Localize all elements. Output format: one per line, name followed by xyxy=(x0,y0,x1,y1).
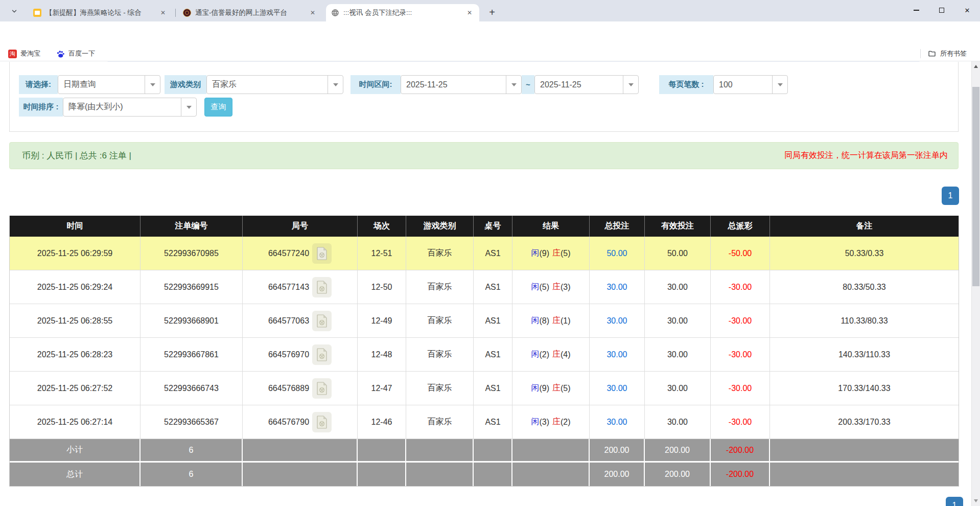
pagination-bottom-page-1-button[interactable]: 1 xyxy=(946,497,963,506)
chevron-down-icon[interactable] xyxy=(623,76,638,94)
game-category-select[interactable]: 百家乐 xyxy=(206,75,343,94)
result-player-score: (3) xyxy=(539,418,549,427)
query-type-select[interactable]: 日期查询 xyxy=(58,75,160,94)
scroll-up-arrow-icon[interactable] xyxy=(974,65,978,68)
browser-navbar: bjbj.xyz/ipl/portal.php/game/betrecord_s… xyxy=(0,21,980,46)
filter-panel xyxy=(9,62,959,132)
pagination-page-1-button[interactable]: 1 xyxy=(942,187,959,205)
cell-time: 2025-11-25 06:27:52 xyxy=(10,372,141,405)
page-size-label: 每页笔数 : xyxy=(659,75,713,94)
header-session: 场次 xyxy=(358,216,406,237)
bookmark-baidu[interactable]: 百度一下 xyxy=(56,48,95,60)
cell-round-id: 664577240 xyxy=(243,237,358,270)
cell-session: 12-51 xyxy=(358,237,406,270)
chevron-down-icon[interactable] xyxy=(181,98,196,116)
cell-payout: -30.00 xyxy=(711,338,770,372)
window-minimize-button[interactable] xyxy=(903,0,929,20)
cell-game-type: 百家乐 xyxy=(406,372,474,405)
cell-valid-bet: 30.00 xyxy=(645,304,711,338)
cell-result: 闲(5)庄(3) xyxy=(512,270,590,304)
cell-payout: -30.00 xyxy=(711,372,770,405)
subtotal-empty-cell xyxy=(512,439,590,463)
video-replay-icon[interactable] xyxy=(312,277,332,297)
subtotal-total-bet: 200.00 xyxy=(590,439,645,463)
time-sort-label: 时间排序 : xyxy=(19,98,63,117)
header-bet-id: 注单编号 xyxy=(141,216,243,237)
time-sort-select[interactable]: 降幂(由大到小) xyxy=(63,98,197,117)
header-time: 时间 xyxy=(10,216,141,237)
cell-round-id: 664576970 xyxy=(243,338,358,372)
time-range-label: 时间区间: xyxy=(351,75,401,94)
bookmark-taobao[interactable]: 淘 爱淘宝 xyxy=(8,48,40,60)
cell-total-bet: 30.00 xyxy=(590,270,645,304)
cell-session: 12-50 xyxy=(358,270,406,304)
scroll-down-arrow-icon[interactable] xyxy=(974,499,978,502)
cell-game-type: 百家乐 xyxy=(406,270,474,304)
round-id-text: 664576970 xyxy=(268,350,309,359)
vertical-scrollbar[interactable] xyxy=(971,61,980,506)
tab-close-icon[interactable]: ✕ xyxy=(308,8,317,17)
subtotal-label: 小计 xyxy=(10,439,141,463)
cell-remark: 200.33/170.33 xyxy=(770,405,959,439)
all-bookmarks-button[interactable]: 所有书签 xyxy=(920,48,967,60)
bookmark-label: 爱淘宝 xyxy=(20,49,40,58)
browser-tab-forum[interactable]: 【新提醒】海燕策略论坛 - 综合 ✕ xyxy=(28,4,173,21)
new-tab-button[interactable]: + xyxy=(485,6,499,19)
cell-table-no: AS1 xyxy=(474,304,512,338)
round-id-text: 664577143 xyxy=(268,283,309,292)
cell-remark: 140.33/110.33 xyxy=(770,338,959,372)
header-table-no: 桌号 xyxy=(474,216,512,237)
window-close-button[interactable]: ✕ xyxy=(954,0,980,20)
cell-session: 12-49 xyxy=(358,304,406,338)
cell-time: 2025-11-25 06:28:55 xyxy=(10,304,141,338)
header-game-type: 游戏类别 xyxy=(406,216,474,237)
total-empty-cell xyxy=(406,463,474,486)
video-replay-icon[interactable] xyxy=(312,412,332,432)
tab-close-icon[interactable]: ✕ xyxy=(158,8,168,17)
round-id-text: 664577240 xyxy=(268,249,309,258)
cell-time: 2025-11-25 06:29:59 xyxy=(10,237,141,270)
subtotal-empty-cell xyxy=(243,439,358,463)
video-replay-icon[interactable] xyxy=(312,243,332,264)
header-total-bet: 总投注 xyxy=(590,216,645,237)
tab-search-chevron-icon[interactable] xyxy=(8,7,20,16)
scrollbar-thumb[interactable] xyxy=(972,87,979,286)
chevron-down-icon[interactable] xyxy=(328,76,343,94)
cell-result: 闲(9)庄(5) xyxy=(512,372,590,405)
result-player-label: 闲 xyxy=(531,315,539,326)
cell-valid-bet: 30.00 xyxy=(645,372,711,405)
video-replay-icon[interactable] xyxy=(312,344,332,365)
chevron-down-icon[interactable] xyxy=(506,76,521,94)
search-button[interactable]: 查询 xyxy=(204,98,232,117)
cell-round-id: 664577063 xyxy=(243,304,358,338)
chevron-down-icon[interactable] xyxy=(145,76,160,94)
cell-table-no: AS1 xyxy=(474,405,512,439)
cell-bet-id: 522993669915 xyxy=(141,270,243,304)
result-banker-score: (4) xyxy=(561,350,571,359)
cell-time: 2025-11-25 06:28:23 xyxy=(10,338,141,372)
tab-separator xyxy=(175,9,176,17)
result-player-label: 闲 xyxy=(531,349,539,360)
baidu-paw-icon xyxy=(56,50,65,58)
round-id-text: 664576889 xyxy=(268,384,309,393)
video-replay-icon[interactable] xyxy=(312,311,332,331)
browser-tab-active-betrecord[interactable]: :::视讯 会员下注纪录::: ✕ xyxy=(326,4,479,21)
status-bar: 币别 : 人民币 | 总共 :6 注单 | 同局有效投注，统一计算在该局第一张注… xyxy=(9,142,959,169)
date-to-value: 2025-11-25 xyxy=(535,80,623,89)
tab-close-icon[interactable]: ✕ xyxy=(465,8,474,17)
chevron-down-icon[interactable] xyxy=(772,76,787,94)
video-replay-icon[interactable] xyxy=(312,378,332,399)
cell-round-id: 664577143 xyxy=(243,270,358,304)
date-to-select[interactable]: 2025-11-25 xyxy=(534,75,639,94)
cell-payout: -30.00 xyxy=(711,405,770,439)
browser-tab-tongbao[interactable]: 通宝-信誉最好的网上游戏平台 ✕ xyxy=(178,4,322,21)
cell-result: 闲(8)庄(1) xyxy=(512,304,590,338)
total-valid-bet: 200.00 xyxy=(645,463,711,486)
total-label: 总计 xyxy=(10,463,141,486)
result-player-label: 闲 xyxy=(531,282,539,292)
date-from-select[interactable]: 2025-11-25 xyxy=(401,75,522,94)
result-banker-score: (1) xyxy=(561,316,571,326)
window-maximize-button[interactable] xyxy=(929,0,954,20)
cell-valid-bet: 50.00 xyxy=(645,237,711,270)
page-size-select[interactable]: 100 xyxy=(713,75,788,94)
